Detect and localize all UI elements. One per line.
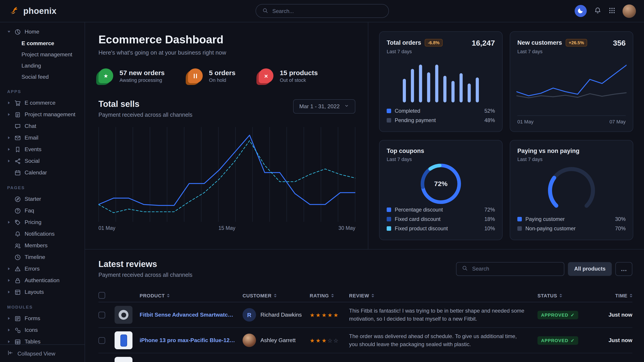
column-header-product[interactable]: PRODUCT <box>114 293 242 298</box>
sidebar-item-label: Home <box>24 29 40 35</box>
star-filled-icon: ★ <box>316 312 321 318</box>
legend-value: 72% <box>484 207 495 213</box>
sidebar-item-layouts[interactable]: Layouts <box>0 286 84 298</box>
sidebar-item-project-management[interactable]: Project management <box>0 49 84 60</box>
x-label: 01 May <box>517 119 534 124</box>
all-products-button[interactable]: All products <box>568 262 612 276</box>
sidebar-item-e-commerce[interactable]: E commerce <box>0 37 84 49</box>
table-body: Fitbit Sense Advanced Smartwatch with To… <box>98 302 632 353</box>
sidebar-item-events[interactable]: Events <box>0 144 84 155</box>
legend-label: Completed <box>395 107 420 114</box>
column-header-status[interactable]: STATUS <box>538 293 595 298</box>
legend-item-paying-customer: Paying customer30% <box>517 215 626 223</box>
column-header-time[interactable]: TIME <box>595 293 632 298</box>
share-icon <box>14 158 21 164</box>
user-avatar[interactable] <box>622 4 636 18</box>
product-link[interactable]: Fitbit Sense Advanced Smartwatch with To… <box>140 312 236 318</box>
sidebar-item-calendar[interactable]: Calendar <box>0 167 84 178</box>
sidebar-item-e-commerce[interactable]: E commerce <box>0 97 84 109</box>
search-input[interactable] <box>272 7 382 14</box>
sidebar: HomeE commerceProject managementLandingS… <box>0 22 85 362</box>
stat-value: 57 new orders <box>120 69 165 76</box>
sidebar-item-timeline[interactable]: Timeline <box>0 251 84 263</box>
sidebar-item-members[interactable]: Members <box>0 240 84 251</box>
sidebar-item-home[interactable]: Home <box>0 26 84 37</box>
apps-menu-button[interactable] <box>609 7 615 15</box>
check-icon: ✓ <box>570 338 575 343</box>
sidebar-item-authentication[interactable]: Authentication <box>0 275 84 286</box>
product-thumbnail <box>114 331 132 349</box>
date-range-select[interactable]: Mar 1 - 31, 2022 <box>293 99 355 114</box>
sidebar-section-label: PAGES <box>0 178 84 193</box>
x-label: 01 May <box>98 225 115 231</box>
legend-item-non-paying-customer: Non-paying customer70% <box>517 225 626 233</box>
sidebar-item-starter[interactable]: Starter <box>0 193 84 205</box>
page-subtitle: Here's what's going on at your business … <box>98 49 355 56</box>
caret-down-icon <box>8 31 10 33</box>
card-value: 356 <box>613 39 626 48</box>
status-cell: APPROVED✓ <box>538 336 595 345</box>
navbar-actions <box>575 4 636 18</box>
stats-row: ★57 new ordersAwating processing5 orders… <box>98 68 355 83</box>
table-header-row: PRODUCT CUSTOMER RATING REVIEW STATUS <box>98 289 632 302</box>
star-badge-icon: ★ <box>98 68 113 83</box>
legend-item-pending-payment: Pending payment48% <box>387 116 495 124</box>
legend-value: 10% <box>484 225 495 232</box>
row-checkbox[interactable] <box>98 312 105 318</box>
card-top-coupons: Top coupons Last 7 days 72% Percentage d… <box>379 140 502 240</box>
sidebar-item-notifications[interactable]: Notifications <box>0 228 84 240</box>
card-total-orders: Total orders -6.8% Last 7 days 16,247 Co… <box>379 31 502 132</box>
sidebar-item-errors[interactable]: Errors <box>0 263 84 275</box>
sidebar-item-chat[interactable]: Chat <box>0 120 84 132</box>
sidebar-item-project-management[interactable]: Project management <box>0 109 84 120</box>
star-filled-icon: ★ <box>310 338 316 344</box>
sidebar-item-label: Icons <box>24 327 38 333</box>
table-row-partial <box>98 353 632 362</box>
sidebar-item-email[interactable]: Email <box>0 132 84 144</box>
column-header-customer[interactable]: CUSTOMER <box>242 293 310 298</box>
sidebar-item-landing[interactable]: Landing <box>0 60 84 71</box>
column-header-review[interactable]: REVIEW <box>349 293 538 298</box>
sidebar-item-label: Social <box>24 158 40 164</box>
theme-toggle-button[interactable] <box>575 5 587 17</box>
sidebar-item-icons[interactable]: Icons <box>0 324 84 336</box>
trend-badge: -6.8% <box>425 39 442 46</box>
card-title: Top coupons <box>387 147 424 154</box>
notifications-button[interactable] <box>594 6 602 15</box>
collapse-label: Collapsed View <box>18 350 55 357</box>
product-link[interactable]: iPhone 13 pro max-Pacific Blue-128GB sto… <box>140 337 236 344</box>
rating-stars: ★★★☆☆ <box>310 337 349 344</box>
reviews-search[interactable] <box>456 262 564 276</box>
sidebar-item-social-feed[interactable]: Social feed <box>0 71 84 82</box>
reviews-search-input[interactable] <box>471 265 558 272</box>
column-header-rating[interactable]: RATING <box>310 293 349 298</box>
global-search[interactable] <box>255 4 389 18</box>
legend-swatch <box>387 226 391 231</box>
sidebar-item-social[interactable]: Social <box>0 155 84 167</box>
stat-out-of-stock: ×15 productsOut of stock <box>259 68 318 83</box>
sidebar-item-label: Forms <box>24 315 40 322</box>
stat-caption: Awating processing <box>120 77 165 83</box>
mail-icon <box>14 134 21 141</box>
customer-name: Richard Dawkins <box>260 312 302 318</box>
row-checkbox[interactable] <box>98 337 105 344</box>
dashboard-cards-column: Total orders -6.8% Last 7 days 16,247 Co… <box>368 22 644 249</box>
brand[interactable]: phoenix <box>8 4 56 18</box>
pause-icon <box>194 73 197 78</box>
customer-cell[interactable]: Ashley Garrett <box>242 334 310 347</box>
sidebar-item-forms[interactable]: Forms <box>0 313 84 324</box>
new-customers-x-axis: 01 May 07 May <box>517 115 626 124</box>
sidebar-item-faq[interactable]: Faq <box>0 205 84 216</box>
coupons-legend: Percentage discount72%Fixed card discoun… <box>387 206 495 233</box>
star-empty-icon: ☆ <box>334 338 339 344</box>
sidebar-item-pricing[interactable]: Pricing <box>0 216 84 228</box>
more-options-button[interactable]: … <box>615 262 632 276</box>
select-all-checkbox[interactable] <box>98 292 105 299</box>
card-period: Last 7 days <box>517 156 580 162</box>
customer-cell[interactable]: RRichard Dawkins <box>242 308 310 322</box>
sidebar-item-label: Timeline <box>24 254 45 260</box>
sidebar-item-label: Notifications <box>24 231 54 237</box>
pause-badge-icon <box>188 68 203 83</box>
x-label: 07 May <box>610 119 626 124</box>
collapse-sidebar-button[interactable]: Collapsed View <box>0 344 84 362</box>
